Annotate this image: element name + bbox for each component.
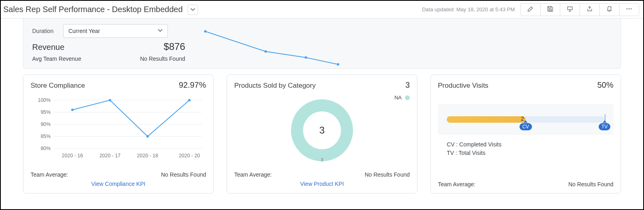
- productive-visits-header: Productive Visits 50%: [438, 80, 613, 90]
- toolbar: +: [520, 3, 639, 16]
- products-sold-body: NA 3 3: [234, 92, 410, 169]
- products-sold-card: Products Sold by Category 3 NA 3 3: [227, 74, 417, 194]
- svg-point-1: [627, 8, 628, 9]
- page-title: Sales Rep Self Performance - Desktop Emb…: [3, 5, 183, 14]
- topbar-left: Sales Rep Self Performance - Desktop Emb…: [3, 4, 198, 15]
- cards-row: Store Compliance 92.97% 100% 95%: [23, 74, 621, 194]
- avg-team-revenue-row: Avg Team Revenue No Results Found: [32, 56, 185, 62]
- duration-select[interactable]: Current Year: [63, 24, 168, 38]
- productive-visits-body: 2 CV TV CV : Completed Visits TV : Total…: [438, 92, 613, 179]
- edit-button[interactable]: [521, 4, 541, 16]
- svg-point-2: [629, 8, 630, 9]
- summary-sparkline: [201, 24, 427, 62]
- products-sold-footer: Team Average: No Results Found: [234, 171, 410, 178]
- ytick-label: 100%: [38, 97, 51, 103]
- revenue-value: $876: [164, 41, 185, 52]
- share-icon: [586, 6, 593, 14]
- products-sold-kpi: 3: [405, 80, 410, 90]
- legend-na-label: NA: [394, 95, 402, 101]
- team-average-value: No Results Found: [568, 181, 613, 187]
- tv-marker-label: TV: [599, 123, 610, 130]
- store-compliance-kpi: 92.97%: [179, 80, 206, 90]
- cv-legend-line: CV : Completed Visits: [447, 140, 613, 149]
- products-sold-title: Products Sold by Category: [234, 82, 316, 90]
- legend-na: NA: [394, 95, 410, 101]
- xtick-label: 2020 - 18: [137, 153, 158, 159]
- chevron-down-icon: [158, 28, 163, 34]
- svg-point-4: [204, 30, 206, 33]
- svg-text:+: +: [611, 6, 612, 8]
- cv-marker-label: CV: [520, 123, 532, 130]
- page-title-dropdown-icon[interactable]: [188, 4, 198, 15]
- productive-visits-footer: Team Average: No Results Found: [438, 181, 613, 187]
- team-average-value: No Results Found: [161, 171, 206, 178]
- topbar-right: Data updated: May 18, 2020 at 5:43 PM: [422, 3, 639, 16]
- summary-left: Duration Current Year Revenue $876 Avg T…: [32, 24, 185, 62]
- team-average-value: No Results Found: [365, 171, 410, 178]
- productive-visits-bar-fill: [447, 116, 526, 123]
- more-actions-button[interactable]: [619, 4, 639, 16]
- xtick-label: 2020 - 16: [62, 153, 83, 159]
- duration-select-value: Current Year: [68, 28, 100, 34]
- productive-visits-bar-track: 2 CV TV: [447, 116, 605, 123]
- products-sold-link-row: View Product KPI: [234, 180, 410, 187]
- productive-visits-kpi: 50%: [597, 80, 613, 90]
- notifications-button[interactable]: +: [600, 4, 619, 16]
- present-button[interactable]: [560, 4, 580, 16]
- svg-point-14: [109, 99, 111, 101]
- save-icon: [547, 6, 553, 14]
- store-compliance-title: Store Compliance: [31, 82, 85, 90]
- products-sold-header: Products Sold by Category 3: [234, 80, 410, 90]
- revenue-row: Revenue $876: [32, 41, 185, 52]
- store-compliance-card: Store Compliance 92.97% 100% 95%: [23, 74, 214, 194]
- view-product-kpi-link[interactable]: View Product KPI: [300, 181, 344, 187]
- ytick-label: 80%: [41, 146, 51, 151]
- ytick-label: 95%: [41, 109, 51, 115]
- store-compliance-header: Store Compliance 92.97%: [31, 80, 206, 90]
- save-button[interactable]: [541, 4, 560, 16]
- svg-point-5: [264, 50, 267, 53]
- duration-filter-row: Duration Current Year: [32, 24, 185, 38]
- cv-marker: CV: [520, 123, 532, 130]
- svg-point-15: [147, 135, 149, 138]
- team-average-label: Team Average:: [31, 171, 68, 178]
- svg-point-6: [305, 56, 307, 59]
- data-updated-text: Data updated: May 18, 2020 at 5:43 PM: [422, 6, 515, 12]
- svg-point-16: [188, 99, 190, 101]
- share-button[interactable]: [580, 4, 600, 16]
- store-compliance-footer: Team Average: No Results Found: [31, 171, 206, 178]
- pencil-icon: [527, 6, 534, 14]
- svg-point-7: [337, 63, 339, 66]
- svg-point-3: [631, 8, 632, 9]
- productive-visits-card: Productive Visits 50% 2 CV TV: [430, 74, 621, 194]
- tv-legend-line: TV : Total Visits: [447, 149, 613, 157]
- store-compliance-chart: 100% 95% 90% 85% 80% 2020 - 16 2020 - 17: [31, 92, 206, 169]
- tv-marker: TV: [599, 123, 610, 130]
- productive-visits-title: Productive Visits: [438, 82, 488, 90]
- dashboard-canvas: Duration Current Year Revenue $876 Avg T…: [1, 19, 643, 197]
- bell-icon: +: [606, 6, 613, 14]
- ellipsis-icon: [626, 6, 632, 14]
- svg-point-13: [71, 109, 74, 111]
- products-donut: 3 3: [288, 96, 356, 165]
- team-average-label: Team Average:: [234, 171, 272, 178]
- summary-card: Duration Current Year Revenue $876 Avg T…: [23, 19, 621, 69]
- xtick-label: 2020 - 20: [179, 153, 200, 159]
- productive-visits-legend: CV : Completed Visits TV : Total Visits: [438, 140, 613, 157]
- xtick-label: 2020 - 17: [99, 153, 121, 159]
- productive-visits-bar-wrap: 2 CV TV: [438, 104, 613, 135]
- team-average-label: Team Average:: [438, 181, 475, 187]
- ytick-label: 85%: [41, 134, 51, 139]
- donut-slice-label: 3: [288, 157, 356, 162]
- topbar: Sales Rep Self Performance - Desktop Emb…: [1, 1, 643, 19]
- donut-center-value: 3: [288, 96, 356, 165]
- store-compliance-link-row: View Compliance KPI: [31, 180, 206, 187]
- duration-label: Duration: [32, 28, 54, 34]
- avg-team-revenue-value: No Results Found: [140, 56, 185, 62]
- legend-na-swatch: [405, 95, 410, 100]
- presentation-icon: [567, 6, 573, 14]
- revenue-label: Revenue: [32, 43, 64, 52]
- avg-team-revenue-label: Avg Team Revenue: [32, 56, 81, 62]
- ytick-label: 90%: [41, 121, 51, 127]
- view-compliance-kpi-link[interactable]: View Compliance KPI: [91, 181, 145, 187]
